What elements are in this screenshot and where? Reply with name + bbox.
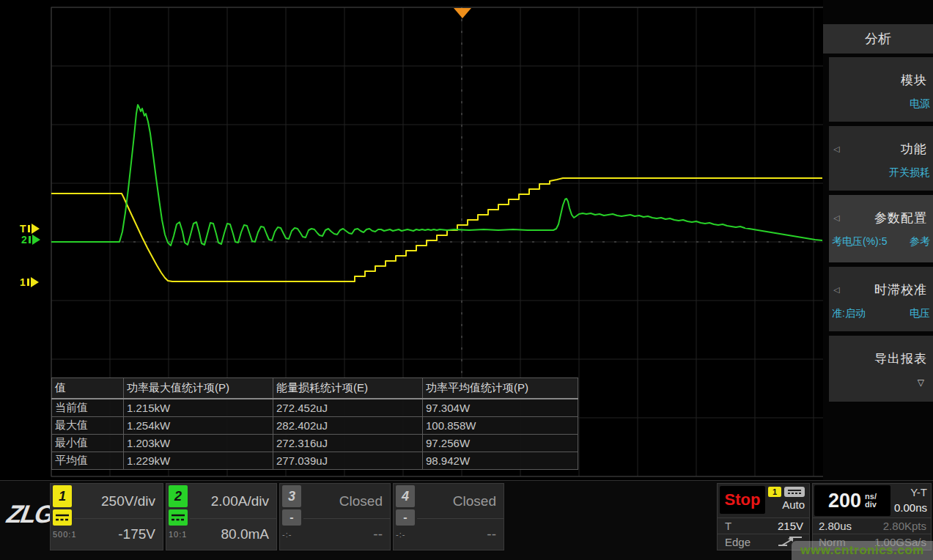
sidebar-title: 分析 [823,24,933,54]
panel-sub-right: 参考 [910,235,930,248]
timebase-scale-box[interactable]: 200 ns/div [814,485,890,516]
sidebar-panel-skew-calibration[interactable]: ◁ 时滞校准 准:启动 电压 [829,267,933,331]
channel-3-badge[interactable]: 3 [282,485,301,507]
row-label: 最大值 [52,416,124,434]
channel-1-offset: -175V [74,519,163,550]
timebase-scale-value: 200 [828,490,861,512]
sidebar-panel-function[interactable]: ◁ 功能 开关损耗 [829,126,933,191]
channel-4-scale: Closed [417,484,504,519]
channel-3-offset: -- [303,519,390,550]
trigger-level-row[interactable]: T 215V [718,517,809,534]
trigger-position-icon[interactable] [454,8,471,18]
ch1-ground-marker[interactable]: 1 [20,276,39,288]
oscilloscope-screen: T 2 1 值 功率最大值统计项(P) 能量损耗统计项(E) 功率平均值统计项(… [0,0,933,560]
channel-2-badge[interactable]: 2 [169,485,188,507]
trigger-level-value: 215V [778,518,803,534]
row-label: 平均值 [52,452,124,469]
acquisition-status[interactable]: Stop [720,486,765,514]
channel-1-scale: 250V/div [74,484,163,519]
panel-sub-right: 开关损耗 [889,166,930,180]
col-header-energy-loss: 能量损耗统计项(E) [273,378,423,399]
memory-depth: 2.80Kpts [883,518,926,534]
trigger-delay: 0.00ns [894,501,927,514]
channel-1-block[interactable]: 1 500:1 250V/div -175V [50,483,163,550]
cell-value: 277.039uJ [273,452,423,469]
channel-2-coupling-icon [169,509,188,526]
cell-value: 272.452uJ [273,399,423,417]
cell-value: 1.254kW [124,416,273,434]
table-header-row: 值 功率最大值统计项(P) 能量损耗统计项(E) 功率平均值统计项(P) [52,378,578,399]
cell-value: 1.203kW [124,434,273,452]
table-row: 当前值 1.215kW 272.452uJ 97.304W [52,399,578,417]
cell-value: 272.316uJ [273,434,423,452]
sidebar-panel-param-config[interactable]: ◁ 参数配置 考电压(%):5 参考 [829,195,933,262]
ch2-marker-bar [29,236,31,243]
panel-label: 参数配置 [844,210,927,226]
trigger-marker-arrow-icon [32,224,40,234]
analysis-sidebar: 分析 模块 电源 ◁ 功能 开关损耗 ◁ 参数配置 [823,0,933,480]
cell-value: 98.942W [423,452,578,469]
cell-value: 100.858W [423,416,578,434]
trigger-level-key: T [725,518,731,534]
panel-label: 模块 [844,72,927,89]
table-row: 平均值 1.229kW 277.039uJ 98.942W [52,452,578,469]
ch1-marker-arrow-icon [31,277,39,287]
panel-label: 时滞校准 [844,281,927,298]
timebase-scale-unit: ns/div [865,493,877,509]
trigger-source-badge[interactable]: 1 [768,487,781,497]
row-label: 当前值 [52,399,124,417]
channel-2-probe-ratio: 10:1 [169,530,190,539]
channel-3-coupling-icon: - [282,509,301,526]
ch2-current-trace [51,105,822,246]
panel-label: 功能 [844,141,927,158]
panel-sub-right: 电源 [910,97,930,111]
channel-1-probe-ratio: 500:1 [53,530,74,539]
trigger-level-marker[interactable]: T [20,223,40,235]
channel-3-block[interactable]: 3 - -:- Closed -- [279,483,391,550]
panel-collapse-icon[interactable]: ◁ [833,213,844,223]
cell-value: 97.256W [423,434,578,452]
col-header-power-avg: 功率平均值统计项(P) [423,378,578,399]
channel-4-offset: -- [417,519,504,550]
ch1-marker-bar [27,279,29,286]
measurement-table: 值 功率最大值统计项(P) 能量损耗统计项(E) 功率平均值统计项(P) 当前值… [51,377,578,470]
channel-3-probe-ratio: -:- [282,530,303,539]
trigger-type-label: Edge [725,534,751,550]
cell-value: 282.402uJ [273,416,423,434]
panel-sub-right: 电压 [910,307,930,320]
cell-value: 97.304W [423,399,578,417]
display-mode[interactable]: Y-T [910,486,927,498]
trigger-level-label: T [20,224,26,234]
sidebar-panel-module[interactable]: 模块 电源 [829,57,933,122]
watermark-text: www.cntronics.com [800,543,923,558]
channel-4-block[interactable]: 4 - -:- Closed -- [393,483,504,550]
channel-1-badge[interactable]: 1 [53,485,72,507]
panel-collapse-icon[interactable]: ◁ [833,285,844,295]
ch2-marker-arrow-icon [32,235,40,245]
panel-label: 导出报表 [844,350,927,367]
channel-4-coupling-icon: - [396,509,415,526]
panel-sub-left: 准:启动 [832,307,866,320]
col-header-power-max: 功率最大值统计项(P) [124,378,273,399]
trigger-coupling-icon [784,487,805,497]
ch2-ground-marker[interactable]: 2 [21,234,40,246]
ch1-marker-label: 1 [20,277,26,287]
panel-collapse-icon[interactable]: ◁ [833,144,844,154]
channel-4-badge[interactable]: 4 [396,485,415,507]
ch2-marker-label: 2 [21,235,27,245]
row-label: 最小值 [52,434,124,452]
timebase-window-row: 2.80us 2.80Kpts [813,517,931,534]
cell-value: 1.229kW [124,452,273,469]
watermark: www.cntronics.com [792,541,933,560]
table-row: 最小值 1.203kW 272.316uJ 97.256W [52,434,578,452]
capture-window: 2.80us [819,518,852,534]
channel-2-scale: 2.00A/div [190,484,276,519]
panel-sub-left: 考电压(%):5 [832,235,887,248]
channel-2-block[interactable]: 2 10:1 2.00A/div 80.0mA [166,483,277,550]
sidebar-panel-export-report[interactable]: 导出报表 ▽ [829,336,933,402]
dropdown-arrow-icon[interactable]: ▽ [829,377,933,388]
trigger-sweep-mode[interactable]: Auto [782,498,805,511]
cell-value: 1.215kW [124,399,273,417]
trigger-marker-bar [28,225,30,232]
channel-1-coupling-icon [53,509,72,526]
